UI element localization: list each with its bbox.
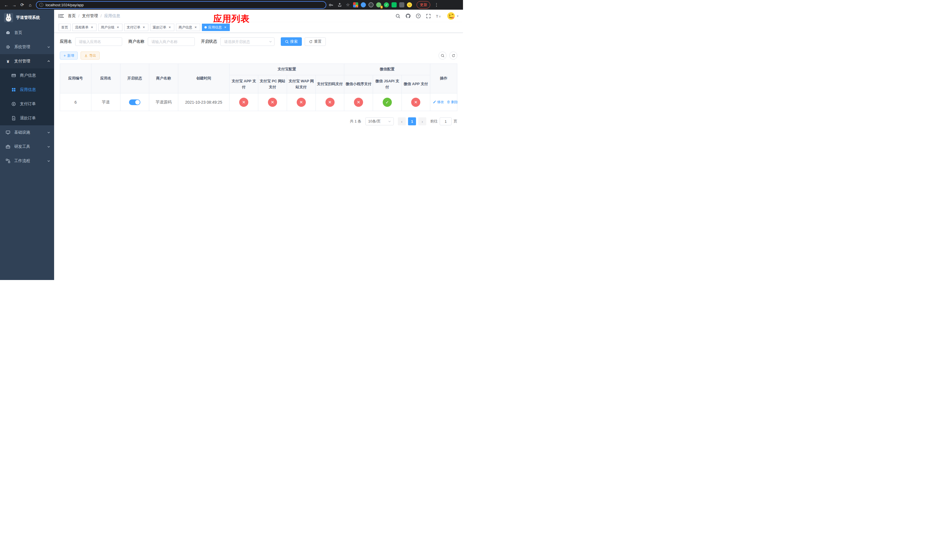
breadcrumb-separator: / [100, 14, 101, 18]
total-count: 共 1 条 [350, 119, 362, 124]
yen-icon: ¥ [6, 59, 10, 64]
alipay-app-status-icon [239, 98, 248, 107]
export-button[interactable]: 导出 [80, 51, 100, 59]
gear-icon [6, 45, 10, 49]
next-page-button[interactable]: › [418, 117, 426, 125]
app-logo-row[interactable]: 芋道管理系统 [0, 10, 54, 26]
fullscreen-icon[interactable] [426, 14, 431, 18]
refresh-icon [309, 40, 313, 44]
chevron-up-icon [47, 60, 50, 63]
bookmark-star-icon[interactable]: ☆ [346, 2, 350, 8]
tab-pay-order[interactable]: 支付订单 × [124, 24, 148, 31]
search-icon [285, 40, 289, 44]
svg-text:?: ? [418, 14, 419, 17]
sidebar-item-dev-tools[interactable]: 研发工具 [0, 139, 54, 154]
workflow-icon [6, 159, 10, 163]
close-icon[interactable]: × [142, 25, 146, 29]
goto-page: 前往 页 [430, 117, 457, 125]
sidebar-item-label: 研发工具 [14, 144, 47, 149]
avatar [447, 12, 455, 20]
close-icon[interactable]: × [116, 25, 120, 29]
reset-button[interactable]: 重置 [305, 37, 326, 46]
breadcrumb-payment[interactable]: 支付管理 [82, 14, 98, 18]
font-size-icon[interactable]: TT [436, 14, 442, 18]
sidebar-item-label: 系统管理 [14, 44, 47, 50]
extension-puzzle-icon[interactable] [399, 2, 404, 8]
sidebar-item-payment[interactable]: ¥ 支付管理 [0, 54, 54, 68]
sidebar-item-merchant-info[interactable]: 商户信息 [0, 68, 54, 83]
browser-home-icon[interactable]: ⌂ [27, 2, 33, 8]
tab-process-form[interactable]: 流程表单 × [72, 24, 97, 31]
sidebar-item-system[interactable]: 系统管理 [0, 40, 54, 54]
extension-wechat-icon[interactable] [392, 2, 396, 8]
password-key-icon[interactable] [328, 3, 333, 8]
browser-update-button[interactable]: 更新 [416, 1, 430, 9]
extension-blue-icon[interactable] [361, 2, 366, 8]
tab-user-group[interactable]: 用户分组 × [98, 24, 123, 31]
close-icon[interactable]: × [168, 25, 172, 29]
browser-forward-icon[interactable]: → [11, 2, 18, 8]
tab-refund-order[interactable]: 退款订单 × [150, 24, 174, 31]
header-search-icon[interactable] [395, 14, 400, 18]
add-button[interactable]: + 新增 [60, 51, 78, 59]
tab-merchant-info[interactable]: 商户信息 × [176, 24, 200, 31]
group-alipay-config: 支付宝配置 [230, 64, 344, 75]
sidebar-item-workflow[interactable]: 工作流程 [0, 154, 54, 168]
dashboard-icon [6, 30, 10, 35]
cell-app-id: 6 [60, 94, 91, 111]
status-select[interactable] [220, 37, 274, 46]
col-wechat-app: 微信 APP 支付 [401, 75, 430, 94]
delete-button[interactable]: 删除 [447, 100, 458, 104]
svg-text:T: T [436, 14, 438, 18]
extension-emoji-icon[interactable] [407, 2, 412, 8]
page-size-select[interactable]: 10条/页 [365, 117, 394, 125]
prev-page-button[interactable]: ‹ [398, 117, 406, 125]
browser-refresh-icon[interactable]: ⟳ [19, 2, 26, 8]
extension-blocky-icon[interactable]: 10 [353, 2, 358, 8]
sidebar-item-refund-order[interactable]: 退款订单 [0, 111, 54, 125]
site-info-icon[interactable]: i [39, 3, 43, 7]
edit-button[interactable]: 修改 [433, 100, 444, 104]
sidebar-toggle-icon[interactable] [59, 14, 64, 18]
browser-back-icon[interactable]: ← [3, 2, 10, 8]
tab-label: 应用信息 [208, 25, 222, 30]
sidebar-item-app-info[interactable]: 应用信息 [0, 83, 54, 97]
chevron-down-icon [47, 145, 50, 148]
goto-page-input[interactable] [440, 117, 452, 125]
toggle-search-button[interactable] [439, 51, 446, 59]
col-app-name: 应用名 [91, 64, 120, 94]
extension-avatar-icon[interactable]: 1 [376, 2, 381, 8]
app-title: 芋道管理系统 [16, 15, 40, 20]
grid-icon [11, 88, 16, 92]
help-icon[interactable]: ? [416, 14, 421, 18]
refresh-table-button[interactable] [449, 51, 457, 59]
wechat-mini-status-icon [354, 98, 363, 107]
main-panel: 首页 / 支付管理 / 应用信息 ? T [54, 10, 463, 280]
status-toggle[interactable] [129, 100, 141, 105]
chevron-down-icon [388, 120, 391, 123]
breadcrumb-home[interactable]: 首页 [68, 14, 76, 18]
cell-merchant: 芋道源码 [149, 94, 178, 111]
merchant-name-input[interactable] [148, 37, 195, 46]
alipay-wap-status-icon [297, 98, 306, 107]
sidebar-item-pay-order[interactable]: 支付订单 [0, 97, 54, 111]
tab-home[interactable]: 首页 [59, 24, 71, 31]
share-icon[interactable] [337, 3, 342, 7]
sidebar-item-infrastructure[interactable]: 基础设施 [0, 125, 54, 139]
extension-green-check-icon[interactable]: ✓ [384, 2, 389, 8]
app-name-input[interactable] [75, 37, 122, 46]
close-icon[interactable]: × [194, 25, 198, 29]
address-bar[interactable]: i localhost:1024/pay/app [36, 1, 326, 9]
col-created: 创建时间 [178, 64, 230, 94]
user-menu[interactable]: ▾ [447, 12, 458, 20]
sidebar-item-home[interactable]: 首页 [0, 26, 54, 40]
github-icon[interactable] [406, 14, 411, 18]
page-content: 应用名 商户名称 开启状态 [54, 33, 463, 280]
close-icon[interactable]: × [90, 25, 94, 29]
search-button[interactable]: 搜索 [281, 37, 302, 46]
tab-app-info[interactable]: 应用信息 × [202, 24, 230, 31]
close-icon[interactable]: × [223, 25, 227, 29]
browser-menu-icon[interactable]: ⋮ [434, 2, 439, 8]
extension-dark-circle-icon[interactable] [368, 2, 374, 8]
page-1-button[interactable]: 1 [408, 117, 416, 125]
